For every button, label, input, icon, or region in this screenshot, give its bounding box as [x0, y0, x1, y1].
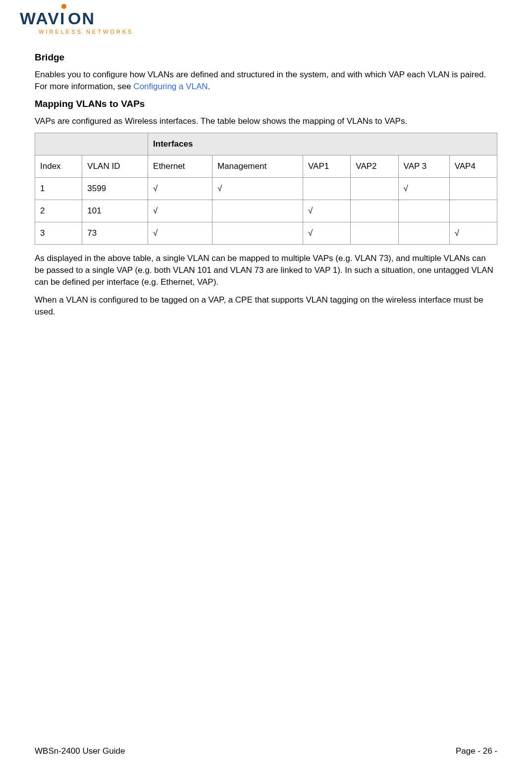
table-column-header-row: Index VLAN ID Ethernet Management VAP1 V…: [35, 155, 497, 178]
cell-management: √: [212, 178, 303, 200]
brand-text-i: I: [60, 9, 65, 28]
cell-management: [212, 200, 303, 222]
col-vap1: VAP1: [303, 155, 351, 178]
footer-right: Page - 26 -: [456, 746, 497, 756]
table-row: 13599√√√: [35, 178, 497, 200]
col-vap2: VAP2: [351, 155, 398, 178]
cell-ethernet: √: [148, 222, 213, 245]
check-icon: √: [455, 228, 459, 238]
cell-index: 1: [35, 178, 82, 200]
table-header-interfaces: Interfaces: [148, 133, 497, 155]
bridge-heading: Bridge: [35, 52, 497, 63]
cell-ethernet: √: [148, 200, 213, 222]
cell-vlan-id: 101: [82, 200, 148, 222]
check-icon: √: [153, 206, 158, 215]
cell-vap3: [398, 222, 449, 245]
col-vap4: VAP4: [449, 155, 497, 178]
cell-vap4: [449, 200, 497, 222]
check-icon: √: [153, 228, 158, 238]
check-icon: √: [153, 184, 158, 193]
table-row: 2101√√: [35, 200, 497, 222]
table-header-blank: [35, 133, 148, 155]
cell-vap2: [351, 222, 398, 245]
cell-vap2: [351, 200, 398, 222]
footer-left: WBSn-2400 User Guide: [35, 746, 125, 756]
table-group-header-row: Interfaces: [35, 133, 497, 155]
cell-management: [212, 222, 303, 245]
vlan-vap-table: Interfaces Index VLAN ID Ethernet Manage…: [35, 133, 497, 245]
cell-vap3: [398, 200, 449, 222]
bridge-text-pre: Enables you to configure how VLANs are d…: [35, 70, 486, 91]
after-table-p2: When a VLAN is configured to be tagged o…: [35, 294, 497, 318]
brand-i-wrap: I: [60, 10, 68, 27]
cell-vap3: √: [398, 178, 449, 200]
col-management: Management: [212, 155, 303, 178]
cell-index: 2: [35, 200, 82, 222]
cell-vap1: √: [303, 222, 351, 245]
cell-ethernet: √: [148, 178, 213, 200]
table-row: 373√√√: [35, 222, 497, 245]
page-footer: WBSn-2400 User Guide Page - 26 -: [35, 746, 497, 756]
brand-text-pre: WAV: [20, 10, 60, 27]
col-vap3: VAP 3: [398, 155, 449, 178]
cell-vlan-id: 3599: [82, 178, 148, 200]
col-ethernet: Ethernet: [148, 155, 213, 178]
brand-dot-icon: [61, 4, 66, 9]
cell-vap4: [449, 178, 497, 200]
check-icon: √: [404, 184, 408, 193]
brand-wordmark: WAV I ON: [20, 10, 149, 27]
col-index: Index: [35, 155, 82, 178]
cell-vap2: [351, 178, 398, 200]
configuring-vlan-link[interactable]: Configuring a VLAN: [133, 82, 208, 91]
check-icon: √: [308, 206, 313, 215]
bridge-text-post: .: [208, 82, 211, 91]
check-icon: √: [308, 228, 313, 238]
cell-vlan-id: 73: [82, 222, 148, 245]
check-icon: √: [217, 184, 222, 193]
bridge-paragraph: Enables you to configure how VLANs are d…: [35, 69, 497, 93]
col-vlan-id: VLAN ID: [82, 155, 148, 178]
page-content: Bridge Enables you to configure how VLAN…: [35, 52, 497, 317]
after-table-p1: As displayed in the above table, a singl…: [35, 253, 497, 288]
cell-index: 3: [35, 222, 82, 245]
cell-vap4: √: [449, 222, 497, 245]
brand-text-post: ON: [68, 10, 95, 27]
mapping-intro: VAPs are configured as Wireless interfac…: [35, 115, 497, 127]
brand-logo: WAV I ON WIRELESS NETWORKS: [20, 10, 149, 40]
cell-vap1: [303, 178, 351, 200]
mapping-heading: Mapping VLANs to VAPs: [35, 99, 497, 109]
brand-tagline: WIRELESS NETWORKS: [39, 29, 149, 35]
cell-vap1: √: [303, 200, 351, 222]
